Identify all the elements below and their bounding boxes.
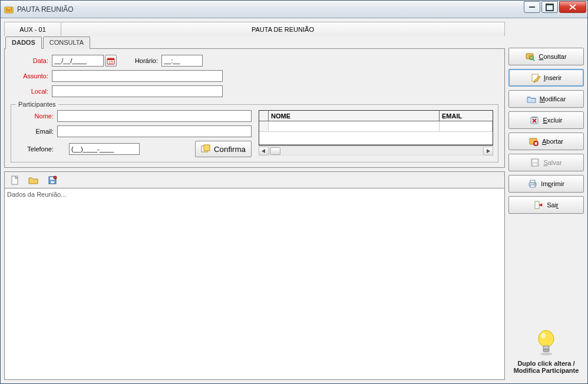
minimize-button[interactable] — [524, 1, 540, 13]
save-icon — [530, 158, 540, 167]
tab-consulta[interactable]: CONSULTA — [43, 37, 90, 49]
sidebar: CConsultaronsultar Inserir Modificar Exc… — [508, 22, 584, 380]
participantes-fieldset: Participantes Nome: Email: — [11, 101, 498, 163]
scroll-left-icon[interactable] — [259, 147, 269, 155]
svg-point-40 — [541, 333, 546, 339]
telefone-field[interactable] — [69, 143, 140, 155]
modificar-button[interactable]: Modificar — [508, 90, 584, 108]
data-field[interactable] — [52, 55, 104, 67]
editor[interactable]: Dados da Reunião... — [4, 188, 505, 380]
svg-point-37 — [534, 183, 536, 184]
hint-line2: Modifica Participante — [514, 367, 579, 374]
exit-icon — [534, 200, 543, 210]
hint-box: Duplo click altera / Modifica Participan… — [508, 326, 584, 379]
consultar-button[interactable]: CConsultaronsultar — [508, 48, 584, 65]
maximize-button[interactable] — [541, 1, 558, 13]
assunto-field[interactable] — [52, 70, 223, 82]
confirma-icon — [201, 144, 210, 154]
lightbulb-icon — [511, 328, 582, 357]
scroll-right-icon[interactable] — [483, 147, 493, 155]
window-buttons — [523, 1, 586, 13]
header-aux: AUX - 01 — [5, 22, 61, 36]
excluir-button[interactable]: Excluir — [508, 111, 584, 129]
scroll-track[interactable] — [269, 147, 483, 155]
grid-header: NOME EMAIL — [259, 111, 493, 121]
inserir-button[interactable]: Inserir — [508, 69, 584, 87]
participantes-grid[interactable]: NOME EMAIL — [259, 110, 493, 145]
salvar-button[interactable]: Salvar — [508, 154, 584, 171]
svg-rect-41 — [543, 346, 549, 349]
svg-marker-11 — [262, 149, 265, 153]
abortar-button[interactable]: Abortar — [508, 133, 584, 150]
abort-icon — [529, 137, 539, 146]
editor-toolbar — [4, 171, 505, 188]
svg-rect-10 — [204, 145, 210, 151]
svg-marker-12 — [487, 149, 490, 153]
confirma-button[interactable]: Confirma — [195, 141, 252, 157]
svg-rect-32 — [533, 160, 537, 162]
delete-icon — [530, 115, 539, 125]
header-strip: AUX - 01 PAUTA DE REUNIÃO — [4, 22, 505, 36]
folder-open-icon — [527, 94, 536, 104]
tabstrip: DADOS CONSULTA — [4, 36, 505, 49]
participantes-legend: Participantes — [16, 101, 58, 108]
app-window: PAUTA REUNIÃO AUX - 01 PAUTA DE REUNIÃO … — [0, 0, 588, 384]
search-icon — [526, 52, 535, 61]
save-doc-button[interactable] — [46, 174, 59, 186]
assunto-label: Assunto: — [11, 72, 48, 80]
nome-label: Nome: — [16, 112, 54, 120]
local-field[interactable] — [52, 85, 223, 97]
svg-rect-35 — [530, 180, 535, 183]
scroll-thumb[interactable] — [270, 147, 280, 155]
app-icon — [4, 5, 14, 14]
svg-point-39 — [539, 330, 554, 347]
local-label: Local: — [11, 88, 48, 95]
header-title: PAUTA DE REUNIÃO — [61, 22, 504, 36]
svg-line-21 — [533, 59, 535, 61]
sair-button[interactable]: Sair — [508, 196, 584, 214]
grid-col-email[interactable]: EMAIL — [440, 111, 493, 121]
window-title: PAUTA REUNIÃO — [17, 5, 523, 14]
svg-rect-17 — [51, 181, 54, 183]
close-button[interactable] — [559, 1, 586, 13]
grid-body[interactable] — [259, 121, 493, 145]
svg-rect-33 — [533, 164, 537, 165]
svg-rect-24 — [532, 117, 537, 118]
client-area: AUX - 01 PAUTA DE REUNIÃO DADOS CONSULTA… — [1, 18, 587, 383]
tab-dados[interactable]: DADOS — [5, 37, 42, 49]
telefone-label: Telefone: — [16, 145, 54, 153]
svg-text:15: 15 — [108, 60, 113, 64]
data-label: Data: — [11, 57, 48, 64]
horario-field[interactable] — [161, 55, 203, 67]
svg-point-43 — [540, 353, 552, 356]
open-doc-button[interactable] — [27, 174, 40, 186]
edit-icon — [531, 73, 540, 82]
svg-rect-36 — [530, 185, 535, 187]
svg-rect-42 — [543, 349, 549, 352]
grid-scrollbar[interactable] — [259, 145, 493, 155]
svg-rect-2 — [8, 9, 10, 12]
confirma-label: Confirma — [214, 145, 246, 154]
grid-col-nome[interactable]: NOME — [269, 111, 440, 121]
new-doc-button[interactable] — [8, 174, 21, 186]
svg-rect-38 — [535, 201, 539, 208]
svg-point-18 — [54, 176, 57, 179]
email-label: Email: — [16, 128, 54, 135]
form-area: Data: 15 Horário: Assunto: Local: — [4, 49, 505, 168]
print-icon — [528, 179, 537, 188]
hint-line1: Duplo click altera / — [517, 360, 574, 367]
svg-rect-1 — [6, 8, 8, 12]
nome-field[interactable] — [57, 110, 252, 122]
horario-label: Horário: — [117, 57, 158, 64]
calendar-button[interactable]: 15 — [105, 55, 117, 67]
svg-rect-3 — [11, 8, 12, 12]
titlebar: PAUTA REUNIÃO — [1, 1, 587, 18]
imprimir-button[interactable]: Imprimir — [508, 175, 584, 193]
email-field[interactable] — [57, 125, 252, 137]
main-panel: AUX - 01 PAUTA DE REUNIÃO DADOS CONSULTA… — [4, 22, 505, 380]
